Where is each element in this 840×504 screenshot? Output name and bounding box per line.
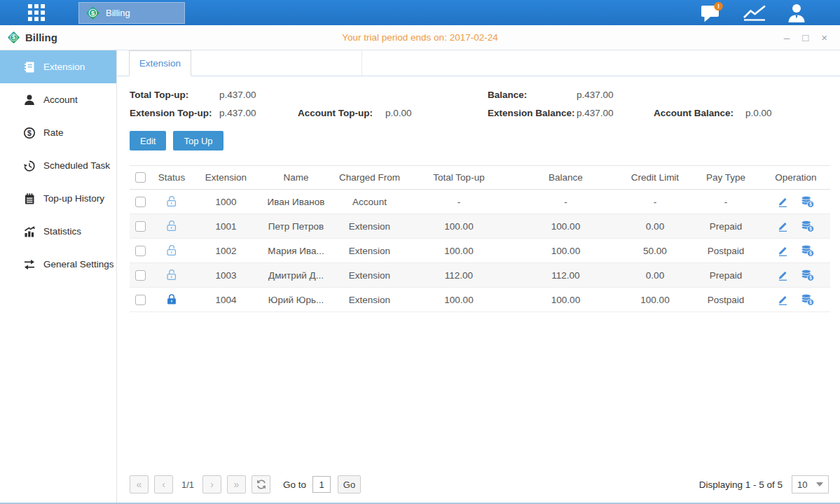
sidebar-item-rate[interactable]: $ Rate (0, 116, 116, 149)
last-page-button[interactable]: » (227, 475, 246, 493)
select-all-checkbox[interactable] (135, 172, 146, 183)
row-checkbox[interactable] (135, 221, 146, 232)
refresh-icon (256, 479, 267, 490)
notifications-button[interactable]: ! (700, 1, 724, 24)
window-titlebar: $ Billing Your trial period ends on: 201… (0, 25, 840, 50)
sidebar-item-account[interactable]: Account (0, 83, 116, 116)
user-icon (785, 2, 808, 23)
cell-pay-type: Prepaid (690, 263, 762, 288)
cell-extension: 1002 (193, 239, 259, 263)
top-up-extension-icon[interactable]: $ (800, 220, 815, 233)
account-balance-value: p.0.00 (745, 108, 840, 118)
svg-text:$: $ (91, 9, 95, 16)
top-up-history-icon (23, 192, 36, 205)
column-header-pay-type: Pay Type (690, 166, 762, 190)
sidebar-item-statistics[interactable]: Statistics (0, 215, 116, 248)
column-header-status: Status (151, 166, 193, 190)
maximize-button[interactable]: □ (802, 32, 808, 43)
row-checkbox[interactable] (135, 270, 146, 281)
page-size-select[interactable]: 10 (792, 475, 829, 493)
prev-page-button[interactable]: ‹ (154, 475, 173, 493)
cell-extension: 1004 (193, 288, 259, 312)
account-topup-label: Account Top-up: (298, 108, 385, 118)
sidebar-item-label: Scheduled Task (43, 160, 110, 171)
tab-bar: Extension (117, 50, 840, 76)
edit-extension-icon[interactable] (777, 269, 789, 281)
edit-extension-icon[interactable] (777, 195, 789, 208)
top-up-extension-icon[interactable]: $ (800, 244, 815, 258)
cell-extension: 1001 (193, 214, 259, 239)
close-button[interactable]: × (821, 32, 827, 43)
cell-name: Петр Петров (259, 214, 333, 239)
sidebar-item-topup-history[interactable]: Top-up History (0, 182, 116, 215)
cell-balance: 112.00 (511, 263, 620, 288)
svg-text:$: $ (809, 226, 812, 232)
table-row: 1000 Иван Иванов Account - - - - $ (130, 190, 830, 214)
account-icon (23, 94, 36, 106)
app-launcher-button[interactable] (22, 0, 50, 25)
extension-topup-label: Extension Top-up: (130, 108, 219, 118)
taskbar-billing-label: Billing (106, 8, 130, 18)
displaying-text: Displaying 1 - 5 of 5 (699, 479, 783, 490)
scheduled-task-icon (23, 160, 36, 172)
table-header-row: Status Extension Name Charged From Total… (130, 166, 830, 190)
status-unlocked-icon (165, 219, 179, 233)
top-up-extension-icon[interactable]: $ (800, 195, 815, 209)
cell-total-topup: 100.00 (406, 239, 511, 263)
edit-button[interactable]: Edit (130, 131, 166, 150)
svg-text:!: ! (717, 2, 719, 10)
extension-balance-value: p.437.00 (577, 108, 654, 118)
edit-extension-icon[interactable] (777, 293, 789, 306)
table-row: 1003 Дмитрий Д... Extension 112.00 112.0… (130, 263, 830, 288)
sidebar-item-label: Top-up History (43, 193, 104, 204)
resource-monitor-button[interactable] (742, 4, 767, 22)
page-indicator: 1/1 (179, 479, 197, 490)
column-header-operation: Operation (762, 166, 830, 190)
cell-pay-type: Postpaid (690, 239, 762, 263)
user-account-button[interactable] (785, 2, 808, 23)
status-unlocked-icon (165, 195, 179, 209)
extension-topup-value: p.437.00 (219, 108, 298, 118)
line-chart-icon (742, 4, 767, 22)
cell-total-topup: 100.00 (406, 288, 511, 312)
cell-name: Дмитрий Д... (259, 263, 333, 288)
go-button[interactable]: Go (338, 475, 361, 493)
top-up-extension-icon[interactable]: $ (800, 293, 815, 307)
extension-balance-label: Extension Balance: (488, 108, 577, 118)
top-up-button[interactable]: Top Up (173, 131, 223, 150)
extension-table: Status Extension Name Charged From Total… (130, 165, 830, 312)
cell-balance: 100.00 (511, 214, 620, 239)
main-panel: Extension Total Top-up: p.437.00 Balance… (117, 50, 840, 503)
balance-label: Balance: (488, 90, 577, 100)
tab-spacer (191, 50, 362, 76)
first-page-button[interactable]: « (130, 475, 149, 493)
row-checkbox[interactable] (135, 197, 146, 207)
cell-pay-type: Prepaid (690, 214, 762, 239)
chevron-down-icon (816, 482, 823, 486)
row-checkbox[interactable] (135, 246, 146, 256)
next-page-button[interactable]: › (202, 475, 221, 493)
row-checkbox[interactable] (135, 295, 146, 305)
table-row: 1004 Юрий Юрь... Extension 100.00 100.00… (130, 288, 830, 312)
sidebar-item-label: General Settings (43, 259, 114, 270)
cell-credit-limit: 0.00 (620, 214, 690, 239)
goto-page-input[interactable] (312, 476, 331, 493)
svg-text:$: $ (27, 128, 32, 136)
billing-app-window: $ Billing ! (0, 0, 840, 504)
top-up-extension-icon[interactable]: $ (800, 269, 815, 282)
sidebar-item-extension[interactable]: Extension (0, 50, 116, 83)
taskbar-billing-tab[interactable]: $ Billing (78, 2, 185, 24)
edit-extension-icon[interactable] (777, 220, 789, 232)
cell-charged-from: Account (333, 190, 406, 214)
minimize-button[interactable]: – (784, 32, 790, 43)
column-header-total-topup: Total Top-up (406, 166, 511, 190)
rate-icon: $ (23, 127, 36, 139)
pagination-bar: « ‹ 1/1 › » Go to Go Displaying (117, 475, 840, 503)
refresh-button[interactable] (252, 475, 270, 493)
cell-total-topup: - (406, 190, 511, 214)
sidebar-item-scheduled-task[interactable]: Scheduled Task (0, 149, 116, 182)
edit-extension-icon[interactable] (777, 244, 789, 257)
total-topup-label: Total Top-up: (130, 90, 219, 100)
sidebar-item-general-settings[interactable]: General Settings (0, 248, 116, 281)
tab-extension[interactable]: Extension (129, 50, 191, 76)
